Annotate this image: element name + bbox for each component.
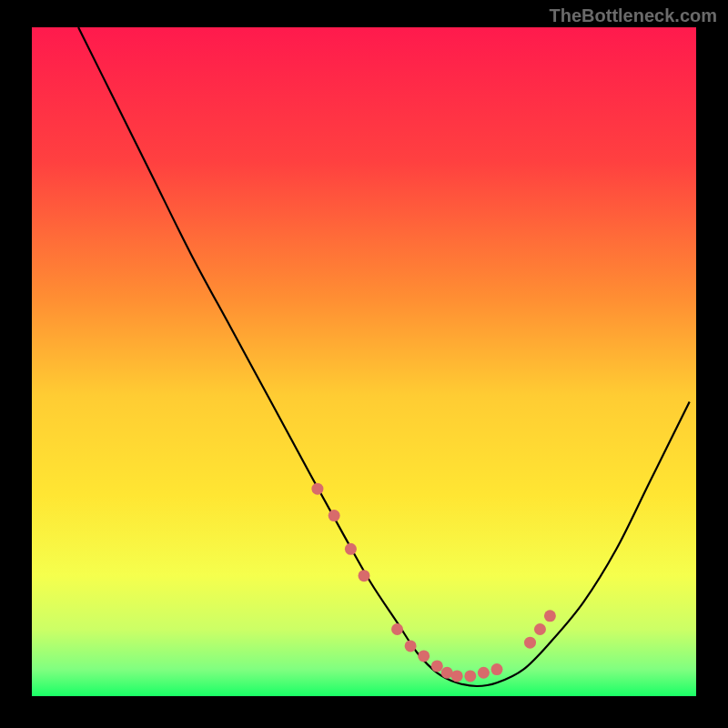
- marker-dot: [311, 483, 323, 495]
- marker-dot: [544, 610, 556, 622]
- marker-dot: [534, 623, 546, 635]
- marker-dot: [464, 670, 476, 682]
- marker-dot: [345, 543, 357, 555]
- chart-background: [32, 27, 696, 696]
- marker-dot: [418, 650, 430, 662]
- marker-dot: [391, 623, 403, 635]
- marker-dot: [405, 640, 417, 652]
- watermark-text: TheBottleneck.com: [550, 5, 717, 26]
- chart-svg: [32, 27, 696, 696]
- chart-plot-area: [32, 27, 696, 696]
- marker-dot: [431, 660, 443, 672]
- marker-dot: [359, 570, 370, 581]
- marker-dot: [524, 637, 536, 649]
- marker-dot: [451, 670, 463, 682]
- marker-dot: [329, 510, 340, 521]
- marker-dot: [491, 663, 503, 675]
- marker-dot: [478, 667, 490, 679]
